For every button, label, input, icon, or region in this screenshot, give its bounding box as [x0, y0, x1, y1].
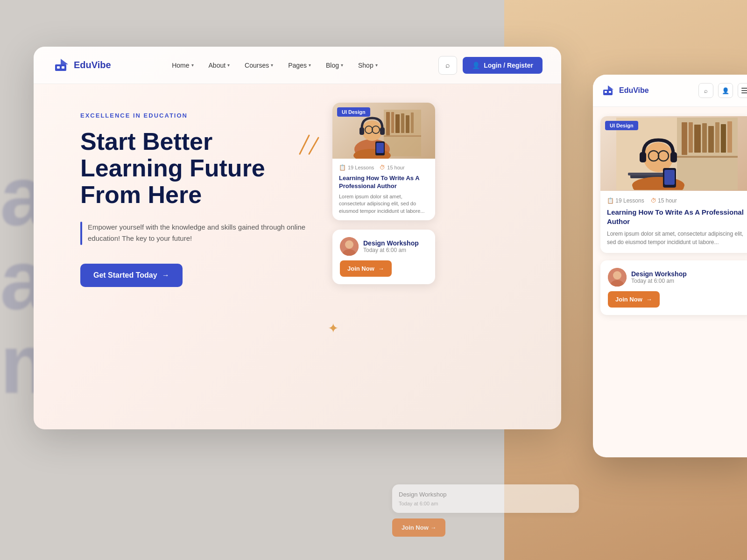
- partial-join-button[interactable]: Join Now →: [392, 518, 445, 537]
- svg-rect-36: [702, 123, 707, 153]
- svg-point-23: [345, 240, 353, 249]
- mobile-ui-design-badge: UI Design: [605, 121, 638, 130]
- mobile-join-now-button[interactable]: Join Now →: [608, 291, 660, 308]
- search-button[interactable]: ⌕: [438, 56, 457, 75]
- nav-links: Home ▾ About ▾ Courses ▾ Pages ▾ Blog ▾ …: [111, 58, 439, 73]
- user-icon: 👤: [472, 62, 480, 69]
- login-register-button[interactable]: 👤 Login / Register: [463, 57, 543, 74]
- svg-rect-2: [57, 66, 60, 69]
- get-started-button[interactable]: Get Started Today →: [80, 264, 183, 287]
- chevron-down-icon: ▾: [227, 63, 230, 68]
- logo-icon: [52, 57, 69, 74]
- svg-rect-49: [640, 152, 646, 162]
- chevron-down-icon: ▾: [271, 63, 273, 68]
- workshop-header: Design Workshop Today at 6:00 am: [340, 237, 428, 256]
- search-icon: ⌕: [445, 61, 450, 70]
- svg-rect-53: [664, 170, 675, 185]
- logo-text: EduVibe: [74, 60, 111, 70]
- lessons-meta: 📋 19 Lessons: [339, 164, 374, 171]
- nav-link-blog[interactable]: Blog ▾: [319, 58, 350, 73]
- svg-rect-17: [359, 127, 364, 135]
- mobile-workshop-info: Design Workshop Today at 6:00 am: [631, 270, 687, 284]
- mobile-course-description: Lorem ipsum dolor sit amet, consectetur …: [607, 230, 747, 246]
- hero-section: EXCELLENCE IN EDUCATION Start Better Lea…: [34, 84, 561, 306]
- mobile-search-button[interactable]: ⌕: [698, 83, 713, 98]
- hero-divider: [80, 222, 82, 245]
- mobile-user-button[interactable]: 👤: [718, 83, 733, 98]
- workshop-title: Design Workshop: [363, 239, 419, 247]
- course-card-image: UI Design: [332, 103, 435, 159]
- logo-area[interactable]: EduVibe: [52, 57, 111, 74]
- svg-rect-29: [605, 91, 607, 93]
- user-icon: 👤: [722, 87, 729, 94]
- svg-rect-37: [708, 126, 714, 153]
- hero-badge: EXCELLENCE IN EDUCATION: [80, 112, 314, 119]
- desktop-navbar: EduVibe Home ▾ About ▾ Courses ▾ Pages ▾…: [34, 47, 561, 84]
- mobile-lessons-meta: 📋 19 Lessons: [607, 197, 644, 204]
- avatar: [340, 237, 359, 256]
- mobile-duration-meta: ⏱ 15 hour: [651, 197, 677, 204]
- mobile-course-card: UI Design: [600, 116, 747, 253]
- arrow-right-icon: →: [378, 265, 384, 272]
- mobile-course-title: Learning How To Write As A Professional …: [607, 208, 747, 226]
- hero-description-block: Empower yourself with the knowledge and …: [80, 222, 314, 245]
- mobile-content: UI Design: [593, 107, 747, 457]
- hero-title: Start Better Learning Future From Here: [80, 128, 314, 209]
- person-illustration: [346, 105, 421, 159]
- mobile-course-meta: 📋 19 Lessons ⏱ 15 hour: [607, 197, 747, 204]
- nav-link-pages[interactable]: Pages ▾: [282, 58, 317, 73]
- book-icon: 📋: [339, 164, 346, 171]
- chevron-down-icon: ▾: [191, 63, 194, 68]
- partial-card-title: Design Workshop: [399, 491, 572, 498]
- mobile-course-image: UI Design: [600, 116, 747, 191]
- svg-rect-34: [689, 122, 693, 153]
- mobile-workshop-title: Design Workshop: [631, 270, 687, 278]
- svg-rect-30: [609, 91, 611, 93]
- mobile-card-body: 📋 19 Lessons ⏱ 15 hour Learning How To W…: [600, 191, 747, 253]
- chevron-down-icon: ▾: [341, 63, 343, 68]
- mobile-card: EduVibe ⌕ 👤 UI Design: [593, 75, 747, 457]
- nav-link-courses[interactable]: Courses ▾: [238, 58, 280, 73]
- workshop-time: Today at 6:00 am: [363, 247, 419, 253]
- svg-rect-6: [391, 112, 394, 133]
- svg-line-25: [300, 135, 309, 154]
- course-description: Lorem ipsum dolor sit amet, consectetur …: [339, 193, 429, 215]
- svg-rect-33: [682, 122, 687, 155]
- duration-meta: ⏱ 15 hour: [380, 164, 404, 171]
- nav-link-about[interactable]: About ▾: [202, 58, 237, 73]
- svg-rect-11: [384, 135, 421, 137]
- hamburger-icon: [740, 86, 747, 95]
- mobile-menu-button[interactable]: [738, 83, 747, 98]
- course-meta: 📋 19 Lessons ⏱ 15 hour: [339, 164, 429, 171]
- svg-rect-18: [380, 127, 385, 135]
- desktop-card: EduVibe Home ▾ About ▾ Courses ▾ Pages ▾…: [34, 47, 561, 429]
- svg-rect-21: [376, 143, 384, 153]
- mobile-workshop-time: Today at 6:00 am: [631, 278, 687, 284]
- join-now-button[interactable]: Join Now →: [340, 260, 392, 277]
- mobile-avatar-image: [608, 268, 627, 287]
- nav-link-shop[interactable]: Shop ▾: [352, 58, 384, 73]
- clock-icon: ⏱: [380, 164, 385, 171]
- workshop-card: Design Workshop Today at 6:00 am Join No…: [332, 230, 435, 284]
- svg-rect-7: [395, 114, 400, 133]
- book-icon: 📋: [607, 197, 615, 204]
- svg-rect-3: [62, 66, 64, 69]
- arrow-right-icon: →: [162, 271, 169, 280]
- svg-rect-50: [670, 152, 677, 162]
- nav-link-home[interactable]: Home ▾: [165, 58, 200, 73]
- decorative-plus: ✦: [328, 321, 338, 336]
- chevron-down-icon: ▾: [375, 63, 378, 68]
- svg-rect-41: [677, 156, 738, 158]
- hero-content: EXCELLENCE IN EDUCATION Start Better Lea…: [80, 112, 314, 287]
- arrow-right-icon: →: [646, 296, 652, 303]
- partial-cards: Design Workshop Today at 6:00 am Join No…: [392, 484, 579, 537]
- mobile-logo-icon: [601, 84, 614, 97]
- svg-marker-0: [61, 59, 68, 64]
- decorative-lines: [295, 131, 323, 161]
- mobile-workshop-header: Design Workshop Today at 6:00 am: [608, 268, 746, 287]
- svg-marker-27: [608, 85, 613, 90]
- mobile-nav-icons: ⌕ 👤: [698, 83, 747, 98]
- svg-rect-8: [401, 113, 404, 133]
- hero-description: Empower yourself with the knowledge and …: [88, 222, 314, 244]
- course-title: Learning How To Write As A Professional …: [339, 175, 429, 190]
